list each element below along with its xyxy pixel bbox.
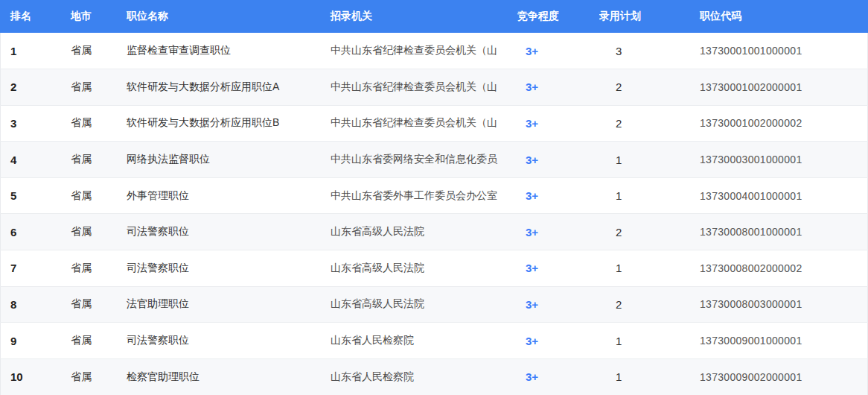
agency-cell: 山东省高级人民法院 xyxy=(319,250,515,287)
column-header-plan: 录用计划 xyxy=(599,0,696,33)
code-cell: 13730003001000001 xyxy=(696,142,868,178)
table-row: 1 省属 监督检查审查调查职位 中共山东省纪律检查委员会机关（山 3+ 3 13… xyxy=(0,33,868,69)
competition-link[interactable]: 3+ xyxy=(526,45,538,57)
agency-cell: 中共山东省委网络安全和信息化委员 xyxy=(319,142,515,178)
city-cell: 省属 xyxy=(60,358,116,395)
code-cell: 13730009002000001 xyxy=(696,358,868,395)
competition-link[interactable]: 3+ xyxy=(526,370,538,383)
city-cell: 省属 xyxy=(60,105,116,142)
table-row: 7 省属 司法警察职位 山东省高级人民法院 3+ 1 1373000800200… xyxy=(0,250,868,287)
rank-cell: 7 xyxy=(0,250,60,287)
table-body: 1 省属 监督检查审查调查职位 中共山东省纪律检查委员会机关（山 3+ 3 13… xyxy=(0,33,868,395)
table-row: 2 省属 软件研发与大数据分析应用职位A 中共山东省纪律检查委员会机关（山 3+… xyxy=(0,69,868,106)
rank-cell: 9 xyxy=(0,323,60,359)
plan-cell: 2 xyxy=(599,286,696,323)
competition-link[interactable]: 3+ xyxy=(526,117,538,130)
code-cell: 13730004001000001 xyxy=(696,177,868,214)
table-row: 4 省属 网络执法监督职位 中共山东省委网络安全和信息化委员 3+ 1 1373… xyxy=(0,142,868,178)
city-cell: 省属 xyxy=(60,69,116,106)
position-name-cell: 司法警察职位 xyxy=(116,214,319,250)
position-name-cell: 监督检查审查调查职位 xyxy=(116,33,319,69)
column-header-position: 职位名称 xyxy=(116,0,319,33)
position-name-cell: 外事管理职位 xyxy=(116,177,319,214)
rank-cell: 8 xyxy=(0,286,60,323)
column-header-agency: 招录机关 xyxy=(319,0,515,33)
plan-cell: 2 xyxy=(599,214,696,250)
table-row: 8 省属 法官助理职位 山东省高级人民法院 3+ 2 1373000800300… xyxy=(0,286,868,323)
table-row: 3 省属 软件研发与大数据分析应用职位B 中共山东省纪律检查委员会机关（山 3+… xyxy=(0,105,868,142)
competition-cell: 3+ xyxy=(515,358,599,395)
code-cell: 13730001002000001 xyxy=(696,69,868,106)
rank-cell: 3 xyxy=(0,105,60,142)
plan-cell: 2 xyxy=(599,69,696,106)
competition-link[interactable]: 3+ xyxy=(526,226,538,238)
competition-cell: 3+ xyxy=(515,286,599,323)
competition-link[interactable]: 3+ xyxy=(526,298,538,311)
table-row: 6 省属 司法警察职位 山东省高级人民法院 3+ 2 1373000800100… xyxy=(0,214,868,250)
position-name-cell: 法官助理职位 xyxy=(116,286,319,323)
rank-cell: 6 xyxy=(0,214,60,250)
plan-cell: 1 xyxy=(599,358,696,395)
agency-cell: 山东省高级人民法院 xyxy=(319,214,515,250)
rank-cell: 2 xyxy=(0,69,60,106)
plan-cell: 1 xyxy=(599,177,696,214)
competition-cell: 3+ xyxy=(515,142,599,178)
column-header-competition: 竞争程度 xyxy=(515,0,599,33)
agency-cell: 中共山东省委外事工作委员会办公室 xyxy=(319,177,515,214)
competition-link[interactable]: 3+ xyxy=(526,189,538,202)
plan-cell: 1 xyxy=(599,250,696,287)
plan-cell: 1 xyxy=(599,142,696,178)
plan-cell: 3 xyxy=(599,33,696,69)
city-cell: 省属 xyxy=(60,33,116,69)
plan-cell: 1 xyxy=(599,323,696,359)
agency-cell: 山东省高级人民法院 xyxy=(319,286,515,323)
competition-cell: 3+ xyxy=(515,33,599,69)
code-cell: 13730001002000002 xyxy=(696,105,868,142)
code-cell: 13730001001000001 xyxy=(696,33,868,69)
position-name-cell: 司法警察职位 xyxy=(116,250,319,287)
position-name-cell: 网络执法监督职位 xyxy=(116,142,319,178)
agency-cell: 中共山东省纪律检查委员会机关（山 xyxy=(319,33,515,69)
competition-cell: 3+ xyxy=(515,69,599,106)
competition-cell: 3+ xyxy=(515,250,599,287)
position-name-cell: 软件研发与大数据分析应用职位B xyxy=(116,105,319,142)
column-header-city: 地市 xyxy=(60,0,116,33)
city-cell: 省属 xyxy=(60,250,116,287)
code-cell: 13730008001000001 xyxy=(696,214,868,250)
city-cell: 省属 xyxy=(60,323,116,359)
agency-cell: 山东省人民检察院 xyxy=(319,323,515,359)
table-row: 10 省属 检察官助理职位 山东省人民检察院 3+ 1 137300090020… xyxy=(0,358,868,395)
city-cell: 省属 xyxy=(60,286,116,323)
position-name-cell: 软件研发与大数据分析应用职位A xyxy=(116,69,319,106)
competition-link[interactable]: 3+ xyxy=(526,154,538,166)
table-row: 5 省属 外事管理职位 中共山东省委外事工作委员会办公室 3+ 1 137300… xyxy=(0,177,868,214)
competition-link[interactable]: 3+ xyxy=(526,80,538,93)
rank-cell: 4 xyxy=(0,142,60,178)
rank-cell: 1 xyxy=(0,33,60,69)
rank-cell: 10 xyxy=(0,358,60,395)
city-cell: 省属 xyxy=(60,142,116,178)
code-cell: 13730008003000001 xyxy=(696,286,868,323)
table-row: 9 省属 司法警察职位 山东省人民检察院 3+ 1 13730009001000… xyxy=(0,323,868,359)
competition-link[interactable]: 3+ xyxy=(526,335,538,347)
position-name-cell: 司法警察职位 xyxy=(116,323,319,359)
competition-link[interactable]: 3+ xyxy=(526,262,538,274)
competition-cell: 3+ xyxy=(515,105,599,142)
agency-cell: 山东省人民检察院 xyxy=(319,358,515,395)
positions-table: 排名 地市 职位名称 招录机关 竞争程度 录用计划 职位代码 1 省属 监督检查… xyxy=(0,0,868,395)
city-cell: 省属 xyxy=(60,177,116,214)
agency-cell: 中共山东省纪律检查委员会机关（山 xyxy=(319,105,515,142)
rank-cell: 5 xyxy=(0,177,60,214)
competition-cell: 3+ xyxy=(515,214,599,250)
competition-cell: 3+ xyxy=(515,177,599,214)
competition-cell: 3+ xyxy=(515,323,599,359)
column-header-code: 职位代码 xyxy=(696,0,868,33)
city-cell: 省属 xyxy=(60,214,116,250)
table-header-row: 排名 地市 职位名称 招录机关 竞争程度 录用计划 职位代码 xyxy=(0,0,868,33)
agency-cell: 中共山东省纪律检查委员会机关（山 xyxy=(319,69,515,106)
code-cell: 13730009001000001 xyxy=(696,323,868,359)
positions-table-container: 排名 地市 职位名称 招录机关 竞争程度 录用计划 职位代码 1 省属 监督检查… xyxy=(0,0,868,395)
position-name-cell: 检察官助理职位 xyxy=(116,358,319,395)
plan-cell: 2 xyxy=(599,105,696,142)
code-cell: 13730008002000002 xyxy=(696,250,868,287)
